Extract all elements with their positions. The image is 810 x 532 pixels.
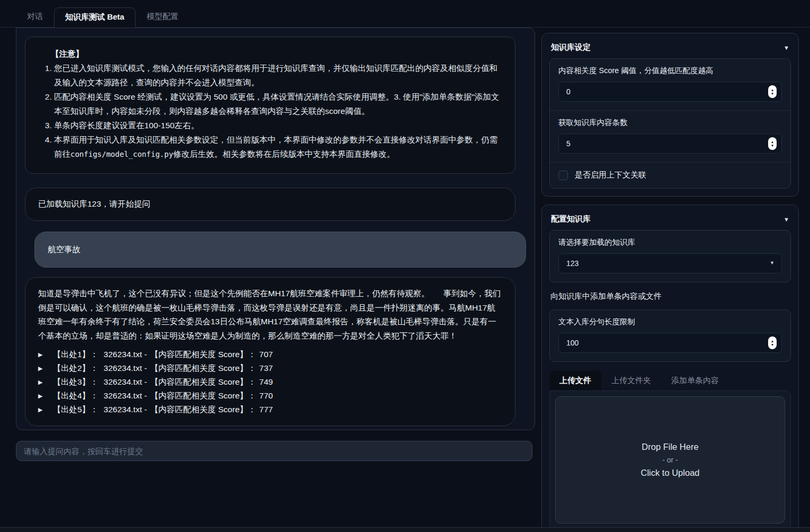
spinner-down-icon[interactable]: ▼ — [771, 144, 774, 147]
kb-select-form: 请选择要加载的知识库 123 ▼ — [549, 230, 791, 282]
chatbot-panel: 【注意】 您已进入知识库测试模式，您输入的任何对话内容都将用于进行知识库查询，并… — [16, 28, 535, 430]
settings-column: 知识库设定 ▼ 内容相关度 Score 阈值，分值越低匹配度越高 ▲▼ 获取知识… — [541, 28, 799, 532]
upload-tab-bar: 上传文件 上传文件夹 添加单条内容 — [549, 371, 791, 391]
topk-label: 获取知识库内容条数 — [558, 118, 782, 128]
source-file: 326234.txt - — [104, 361, 147, 375]
question-input-wrap — [16, 441, 535, 461]
source-score-label: 【内容匹配相关度 Score】： — [150, 403, 256, 416]
number-spinner-icon[interactable]: ▲▼ — [768, 85, 777, 98]
score-threshold-input[interactable] — [558, 82, 782, 102]
notice-list: 您已进入知识库测试模式，您输入的任何对话内容都将用于进行知识库查询，并仅输出知识… — [38, 61, 502, 162]
sentence-limit-input[interactable] — [558, 333, 782, 353]
kb-settings-form: 内容相关度 Score 阈值，分值越低匹配度越高 ▲▼ 获取知识库内容条数 ▲▼ — [549, 58, 791, 189]
source-label: 【出处1】： — [52, 348, 98, 361]
source-label: 【出处5】： — [52, 403, 98, 416]
user-message-text: 航空事故 — [48, 245, 81, 254]
tab-upload-folder[interactable]: 上传文件夹 — [601, 371, 661, 391]
number-spinner-icon[interactable]: ▲▼ — [768, 336, 777, 349]
bot-message-answer: 知道是导弹击中飞机了，这个已没有异议；但是这个先例能否在MH17航班空难案件审理… — [25, 277, 515, 426]
notice-message: 【注意】 您已进入知识库测试模式，您输入的任何对话内容都将用于进行知识库查询，并… — [25, 37, 515, 174]
tab-chat[interactable]: 对话 — [16, 7, 54, 27]
source-label: 【出处2】： — [52, 361, 98, 375]
context-link-checkbox[interactable] — [558, 171, 568, 180]
source-details-3[interactable]: ▶ 【出处3】： 326234.txt - 【内容匹配相关度 Score】： 7… — [38, 375, 502, 389]
sentence-limit-form: 文本入库分句长度限制 ▲▼ — [549, 309, 791, 362]
notice-item-4-code: configs/model_config.py — [70, 150, 173, 158]
bot-message-loaded-text: 已加载知识库123，请开始提问 — [38, 199, 150, 208]
kb-config-title: 配置知识库 — [551, 214, 591, 224]
dropzone-line-3: Click to Upload — [641, 468, 700, 478]
tab-add-single-content[interactable]: 添加单条内容 — [661, 371, 729, 391]
spinner-down-icon[interactable]: ▼ — [771, 343, 774, 347]
source-score-label: 【内容匹配相关度 Score】： — [150, 375, 256, 389]
tab-model-config[interactable]: 模型配置 — [136, 7, 190, 27]
spinner-down-icon[interactable]: ▼ — [771, 92, 774, 95]
triangle-expand-icon: ▶ — [38, 389, 42, 403]
notice-item-3: 单条内容长度建议设置在100-150左右。 — [54, 118, 502, 132]
kb-settings-title: 知识库设定 — [551, 42, 591, 52]
topk-field: 获取知识库内容条数 ▲▼ — [550, 111, 790, 162]
score-threshold-field: 内容相关度 Score 阈值，分值越低匹配度越高 ▲▼ — [550, 59, 790, 110]
notice-item-2: 匹配内容相关度 Score 经测试，建议设置为 500 或更低，具体设置情况请结… — [54, 90, 502, 118]
kb-select-label: 请选择要加载的知识库 — [558, 237, 782, 247]
source-file: 326234.txt - — [104, 348, 147, 361]
source-score-label: 【内容匹配相关度 Score】： — [150, 389, 256, 403]
spinner-up-icon[interactable]: ▲ — [771, 88, 774, 92]
tab-upload-file[interactable]: 上传文件 — [549, 371, 601, 391]
source-score: 707 — [259, 348, 273, 361]
spinner-up-icon[interactable]: ▲ — [771, 140, 774, 144]
triangle-expand-icon: ▶ — [38, 403, 42, 416]
kb-select-field: 请选择要加载的知识库 123 ▼ — [550, 230, 790, 282]
footer-strip — [0, 527, 810, 532]
source-file: 326234.txt - — [104, 375, 147, 389]
context-link-checkbox-label: 是否启用上下文关联 — [575, 170, 646, 180]
notice-item-4: 本界面用于知识入库及知识匹配相关参数设定，但当前版本中，本界面中修改的参数并不会… — [54, 132, 502, 162]
number-spinner-icon[interactable]: ▲▼ — [768, 137, 777, 150]
bot-answer-text: 知道是导弹击中飞机了，这个已没有异议；但是这个先例能否在MH17航班空难案件审理… — [38, 287, 502, 343]
chat-column: 【注意】 您已进入知识库测试模式，您输入的任何对话内容都将用于进行知识库查询，并… — [16, 28, 535, 532]
chevron-down-icon: ▼ — [784, 45, 789, 51]
notice-item-4-text-end: 修改后生效。相关参数将在后续版本中支持本界面直接修改。 — [173, 149, 395, 158]
source-details-5[interactable]: ▶ 【出处5】： 326234.txt - 【内容匹配相关度 Score】： 7… — [38, 403, 502, 416]
spinner-up-icon[interactable]: ▲ — [771, 339, 774, 343]
source-details-4[interactable]: ▶ 【出处4】： 326234.txt - 【内容匹配相关度 Score】： 7… — [38, 389, 502, 403]
score-threshold-label: 内容相关度 Score 阈值，分值越低匹配度越高 — [558, 66, 782, 76]
source-score-label: 【内容匹配相关度 Score】： — [150, 361, 256, 375]
source-score: 737 — [259, 361, 273, 375]
top-tab-bar: 对话 知识库测试 Beta 模型配置 — [0, 0, 810, 28]
topk-input[interactable] — [558, 134, 782, 154]
source-score: 777 — [259, 403, 273, 416]
triangle-expand-icon: ▶ — [38, 348, 42, 361]
bot-message-loaded: 已加载知识库123，请开始提问 — [25, 188, 515, 221]
kb-select-dropdown[interactable]: 123 — [558, 253, 782, 273]
main-content: 【注意】 您已进入知识库测试模式，您输入的任何对话内容都将用于进行知识库查询，并… — [0, 28, 810, 532]
sentence-limit-label: 文本入库分句长度限制 — [558, 317, 782, 327]
kb-config-accordion: 配置知识库 ▼ 请选择要加载的知识库 123 ▼ 向知识库中添加单条内容或文件 — [541, 205, 799, 532]
upload-tab-panel: Drop File Here - or - Click to Upload 上传… — [549, 391, 791, 532]
source-score: 770 — [259, 389, 273, 403]
context-link-checkbox-row[interactable]: 是否启用上下文关联 — [550, 163, 790, 188]
triangle-expand-icon: ▶ — [38, 361, 42, 375]
tab-kb-test[interactable]: 知识库测试 Beta — [54, 7, 136, 28]
source-score-label: 【内容匹配相关度 Score】： — [150, 348, 256, 361]
user-message: 航空事故 — [34, 232, 526, 268]
source-details-2[interactable]: ▶ 【出处2】： 326234.txt - 【内容匹配相关度 Score】： 7… — [38, 361, 502, 375]
dropzone-line-1: Drop File Here — [642, 442, 698, 452]
kb-settings-accordion: 知识库设定 ▼ 内容相关度 Score 阈值，分值越低匹配度越高 ▲▼ 获取知识… — [541, 33, 799, 197]
source-details-1[interactable]: ▶ 【出处1】： 326234.txt - 【内容匹配相关度 Score】： 7… — [38, 348, 502, 361]
file-dropzone[interactable]: Drop File Here - or - Click to Upload — [555, 396, 785, 524]
kb-config-accordion-header[interactable]: 配置知识库 ▼ — [549, 211, 791, 230]
source-file: 326234.txt - — [104, 403, 147, 416]
notice-title: 【注意】 — [51, 47, 502, 61]
dropzone-line-2: - or - — [662, 456, 678, 464]
source-label: 【出处4】： — [52, 389, 98, 403]
chevron-down-icon: ▼ — [784, 216, 789, 223]
sentence-limit-field: 文本入库分句长度限制 ▲▼ — [550, 310, 790, 361]
kb-select-value: 123 — [566, 259, 578, 268]
source-label: 【出处3】： — [52, 375, 98, 389]
triangle-expand-icon: ▶ — [38, 375, 42, 389]
source-file: 326234.txt - — [104, 389, 147, 403]
kb-settings-accordion-header[interactable]: 知识库设定 ▼ — [549, 40, 791, 58]
source-score: 749 — [259, 375, 273, 389]
question-input[interactable] — [16, 441, 532, 461]
